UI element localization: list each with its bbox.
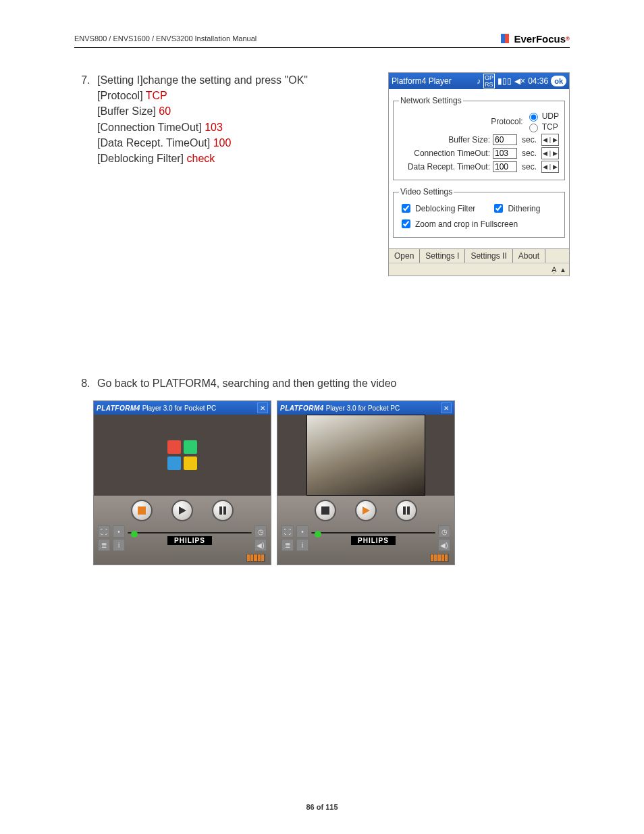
info-icon[interactable]: i [113, 539, 125, 551]
gprs-icon: GPRS [483, 74, 495, 88]
player-brand: PLATFORM4 [97, 405, 140, 412]
tab-open[interactable]: Open [389, 249, 420, 263]
info-icon[interactable]: i [296, 539, 308, 551]
pda-bottombar: Ạ ▲ [389, 263, 569, 276]
network-settings-group: Network Settings Protocol: UDP TCP Buffe… [393, 96, 565, 180]
logo-text: EverFocus [514, 33, 566, 45]
signal-icon: ▮▯▯ [498, 76, 512, 86]
data-label: Data Recept. TimeOut: [408, 162, 490, 172]
svg-rect-4 [321, 506, 329, 515]
list-icon[interactable]: ≣ [98, 539, 110, 551]
fullscreen-icon[interactable]: ⛶ [98, 525, 110, 538]
network-legend: Network Settings [399, 96, 463, 105]
player-titlebar: PLATFORM4 Player 3.0 for Pocket PC ✕ [277, 401, 454, 415]
logo-icon [499, 32, 511, 45]
list-icon[interactable]: ≣ [281, 539, 294, 551]
player-controls: ⛶ ≣ • i PHILIPS ◷ ◀) [277, 496, 454, 565]
pda-settings-screenshot: Platform4 Player ♪ GPRS ▮▯▯ ◀× 04:36 ok … [388, 72, 570, 276]
data-spinner[interactable]: ◀|▶ [541, 161, 559, 173]
step8-text: Go back to PLATFORM4, searching and then… [74, 377, 570, 390]
radio-tcp[interactable]: TCP [526, 122, 558, 132]
player-shot-playing: PLATFORM4 Player 3.0 for Pocket PC ✕ ⛶ ≣ [277, 400, 455, 565]
player-canvas-searching [94, 415, 271, 496]
tab-settings-i[interactable]: Settings I [420, 249, 465, 263]
music-icon: ♪ [477, 76, 481, 86]
stop-button[interactable] [131, 500, 153, 521]
fullscreen-icon[interactable]: ⛶ [281, 525, 294, 538]
brand-philips: PHILIPS [351, 536, 396, 545]
step7-line2-value: 103 [205, 122, 223, 133]
video-legend: Video Settings [399, 187, 454, 197]
dithering-check[interactable]: Dithering [491, 202, 540, 215]
seek-slider[interactable] [128, 532, 252, 533]
step7-line1-label: [Buffer Size] [97, 105, 159, 117]
seek-slider[interactable] [311, 532, 435, 533]
pause-button[interactable] [396, 500, 417, 521]
pda-titlebar: Platform4 Player ♪ GPRS ▮▯▯ ◀× 04:36 ok [389, 73, 569, 89]
battery-icon [430, 554, 449, 562]
dithering-check-input[interactable] [494, 204, 503, 213]
windows-flag-icon [167, 440, 197, 470]
pda-tabs: Open Settings I Settings II About [389, 249, 569, 263]
ok-button[interactable]: ok [551, 76, 566, 86]
buffer-label: Buffer Size: [448, 135, 490, 145]
step7-line2-label: [Connection TimeOut] [97, 122, 205, 133]
step7-line3-label: [Data Recept. TimeOut] [97, 137, 213, 149]
svg-marker-5 [363, 506, 370, 515]
deblocking-check-input[interactable] [402, 204, 410, 213]
svg-rect-7 [407, 506, 410, 515]
player-title-rest: Player 3.0 for Pocket PC [324, 405, 400, 412]
tab-settings-ii[interactable]: Settings II [465, 249, 512, 263]
step7-intro: [Setting I]change the setting and press … [97, 74, 308, 86]
stop-button[interactable] [315, 500, 336, 521]
data-input[interactable] [493, 161, 517, 172]
volume-icon[interactable]: ◀) [438, 539, 450, 551]
protocol-label: Protocol: [491, 117, 522, 126]
step7-line4-label: [Deblocking Filter] [97, 153, 187, 164]
step7-line1-value: 60 [159, 105, 171, 117]
close-icon[interactable]: ✕ [441, 402, 452, 413]
svg-rect-6 [403, 506, 406, 515]
volume-icon[interactable]: ◀) [254, 539, 267, 551]
deblocking-check[interactable]: Deblocking Filter [399, 202, 475, 215]
radio-udp[interactable]: UDP [526, 111, 559, 122]
caret-up-icon[interactable]: ▲ [560, 266, 566, 273]
page-header: ENVS800 / ENVS1600 / ENVS3200 Installati… [74, 32, 570, 48]
zoom-check-input[interactable] [402, 219, 410, 228]
buffer-spinner[interactable]: ◀|▶ [541, 134, 559, 146]
radio-udp-input[interactable] [529, 113, 538, 122]
brand-philips: PHILIPS [167, 536, 212, 545]
close-icon[interactable]: ✕ [257, 402, 268, 413]
svg-rect-3 [223, 506, 226, 515]
clock-icon[interactable]: ◷ [438, 525, 450, 538]
play-button[interactable] [171, 500, 193, 521]
tab-about[interactable]: About [513, 249, 545, 263]
player-shot-searching: PLATFORM4 Player 3.0 for Pocket PC ✕ ⛶ ≣ [93, 400, 271, 565]
dot-icon[interactable]: • [113, 525, 125, 538]
radio-tcp-input[interactable] [529, 124, 538, 132]
buffer-unit: sec. [520, 134, 539, 145]
step7-line0-value: TCP [146, 90, 167, 101]
keyboard-icon[interactable]: Ạ [552, 265, 557, 274]
clock: 04:36 [528, 76, 548, 86]
svg-rect-2 [219, 506, 222, 515]
step7-line0-label: [Protocol] [97, 90, 146, 101]
step7-text: [Setting I]change the setting and press … [74, 72, 367, 166]
video-settings-group: Video Settings Deblocking Filter Ditheri… [393, 187, 565, 238]
play-button[interactable] [355, 500, 377, 521]
pda-title: Platform4 Player [392, 76, 452, 86]
player-brand: PLATFORM4 [280, 405, 324, 412]
zoom-check[interactable]: Zoom and crop in Fullscreen [399, 217, 559, 230]
step7-line4-value: check [187, 153, 215, 164]
dot-icon[interactable]: • [296, 525, 308, 538]
conn-unit: sec. [520, 148, 539, 159]
conn-input[interactable] [493, 148, 517, 159]
player-controls: ⛶ ≣ • i PHILIPS ◷ ◀) [94, 496, 271, 565]
buffer-input[interactable] [493, 134, 517, 145]
step7-line3-value: 100 [213, 137, 232, 149]
player-canvas-video [277, 415, 454, 496]
svg-rect-0 [138, 506, 146, 515]
pause-button[interactable] [212, 500, 234, 521]
clock-icon[interactable]: ◷ [254, 525, 267, 538]
conn-spinner[interactable]: ◀|▶ [541, 147, 559, 159]
